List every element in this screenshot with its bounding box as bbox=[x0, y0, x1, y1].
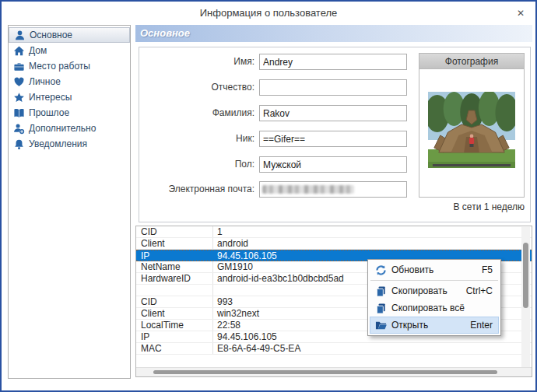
sidebar-item-notifications[interactable]: Уведомления bbox=[9, 136, 130, 152]
sidebar-item-interests[interactable]: Интересы bbox=[9, 89, 130, 105]
gender-field[interactable] bbox=[259, 156, 407, 173]
sidebar-item-label: Место работы bbox=[29, 61, 90, 72]
email-blurred-value bbox=[262, 185, 354, 194]
book-icon bbox=[12, 107, 26, 119]
vertical-scrollbar[interactable] bbox=[521, 227, 530, 367]
copy-icon bbox=[370, 285, 391, 297]
user-info-window: Информация о пользователе ✕ Основное Дом… bbox=[0, 0, 537, 392]
photo-header: Фотография bbox=[419, 54, 524, 69]
context-menu: Обновить F5 Скопировать Ctrl+C Скопирова… bbox=[367, 259, 501, 336]
sidebar-item-label: Интересы bbox=[29, 92, 72, 103]
name-field[interactable] bbox=[259, 54, 407, 70]
middlename-label: Отчество: bbox=[139, 79, 254, 96]
sidebar-item-main[interactable]: Основное bbox=[9, 27, 130, 43]
sidebar-item-home[interactable]: Дом bbox=[9, 43, 130, 58]
star-icon bbox=[12, 91, 26, 103]
bell-icon bbox=[12, 138, 26, 150]
sidebar: Основное Дом Место работы Личное Интерес… bbox=[8, 25, 131, 379]
refresh-icon bbox=[370, 264, 391, 276]
surname-label: Фамилия: bbox=[139, 105, 254, 121]
heart-icon bbox=[12, 75, 26, 88]
table-row[interactable]: Client android bbox=[136, 238, 532, 250]
horizontal-scrollbar-thumb[interactable] bbox=[153, 370, 497, 374]
sidebar-item-label: Уведомления bbox=[29, 138, 87, 149]
table-row[interactable]: CID 1 bbox=[136, 226, 532, 238]
person-icon bbox=[12, 29, 26, 41]
titlebar: Информация о пользователе ✕ bbox=[2, 2, 535, 23]
middlename-field[interactable] bbox=[259, 79, 407, 96]
menu-item-copy-all[interactable]: Скопировать всё bbox=[370, 299, 499, 317]
nick-label: Ник: bbox=[139, 131, 254, 147]
sidebar-item-past[interactable]: Прошлое bbox=[9, 105, 130, 121]
section-header: Основное bbox=[135, 25, 532, 42]
table-row[interactable]: MAC E8-6A-64-49-C5-EA bbox=[136, 343, 532, 355]
sidebar-item-work[interactable]: Место работы bbox=[9, 58, 130, 74]
sidebar-item-label: Дополнительно bbox=[29, 123, 96, 134]
sidebar-item-label: Основное bbox=[30, 30, 72, 40]
online-status: В сети 1 неделю bbox=[419, 201, 525, 212]
menu-item-open[interactable]: Открыть Enter bbox=[370, 317, 499, 334]
open-folder-icon bbox=[370, 320, 391, 331]
gender-label: Пол: bbox=[139, 156, 254, 173]
person-plus-icon bbox=[12, 122, 26, 135]
window-title: Информация о пользователе bbox=[2, 7, 535, 19]
copy-icon bbox=[370, 303, 391, 314]
sidebar-item-label: Прошлое bbox=[29, 107, 69, 118]
sidebar-item-additional[interactable]: Дополнительно bbox=[9, 121, 130, 136]
horizontal-scrollbar[interactable] bbox=[136, 367, 532, 376]
name-label: Имя: bbox=[139, 54, 254, 70]
user-photo bbox=[428, 92, 515, 168]
surname-field[interactable] bbox=[259, 105, 407, 121]
menu-item-copy[interactable]: Скопировать Ctrl+C bbox=[370, 282, 499, 299]
briefcase-icon bbox=[12, 60, 26, 72]
nick-field[interactable] bbox=[259, 131, 407, 147]
menu-separator bbox=[370, 280, 498, 281]
vertical-scrollbar-thumb[interactable] bbox=[523, 243, 528, 308]
home-icon bbox=[12, 44, 26, 57]
email-label: Электронная почта: bbox=[139, 181, 254, 198]
close-icon[interactable]: ✕ bbox=[514, 6, 528, 20]
sidebar-item-label: Дом bbox=[29, 45, 47, 56]
sidebar-item-personal[interactable]: Личное bbox=[9, 74, 130, 89]
menu-item-refresh[interactable]: Обновить F5 bbox=[370, 261, 499, 278]
photo-frame: Фотография bbox=[419, 53, 525, 198]
sidebar-item-label: Личное bbox=[29, 76, 61, 87]
